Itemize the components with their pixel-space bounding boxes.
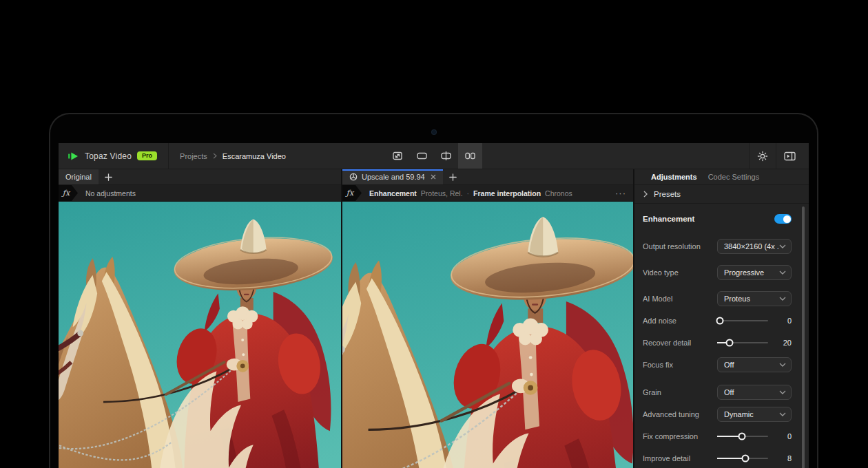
upscale-video-preview[interactable] — [342, 202, 633, 468]
add-noise-slider-track[interactable] — [717, 320, 768, 321]
tab-upscale[interactable]: Upscale and 59.94 — [342, 169, 443, 184]
fx-icon: ƒx — [59, 185, 78, 201]
chevron-down-icon — [779, 412, 786, 416]
breadcrumb-projects[interactable]: Projects — [180, 152, 207, 160]
right-icons-divider-2 — [776, 143, 776, 169]
side-by-side-view-icon — [465, 152, 475, 160]
filter-enhancement-value: Proteus, Rel. — [421, 189, 463, 198]
gear-icon — [757, 151, 768, 162]
chevron-down-icon — [779, 244, 786, 248]
recover-detail-slider-knob[interactable] — [725, 339, 733, 347]
breadcrumb-current: Escaramuza Video — [223, 152, 286, 160]
single-view-button[interactable] — [410, 143, 434, 169]
fix-compression-slider-track[interactable] — [717, 436, 768, 437]
laptop-frame: Topaz Video Pro Projects Escaramuza Vide… — [49, 113, 818, 468]
original-filter-status: No adjustments — [85, 189, 136, 198]
page-background: Topaz Video Pro Projects Escaramuza Vide… — [0, 0, 868, 468]
adjustments-panel: Adjustments Codec Settings Presets Enhan… — [634, 169, 809, 468]
video-type-value: Progressive — [724, 268, 779, 277]
chevron-down-icon — [779, 270, 786, 275]
video-type-label: Video type — [643, 268, 717, 277]
improve-detail-label: Improve detail — [643, 454, 717, 462]
original-video-preview[interactable] — [59, 202, 341, 468]
control-row-ai-model: AI Model Proteus — [643, 288, 792, 310]
settings-button[interactable] — [750, 143, 775, 169]
toggle-knob — [783, 215, 791, 223]
focus-fix-label: Focus fix — [643, 361, 717, 369]
control-row-video-type: Video type Progressive — [643, 262, 792, 284]
improve-detail-slider-knob[interactable] — [741, 455, 749, 462]
filter-interpolation-value: Chronos — [545, 189, 572, 198]
fix-compression-value: 0 — [771, 432, 792, 440]
upscale-filter-bar: ƒx Enhancement Proteus, Rel. · Frame int… — [342, 185, 633, 202]
add-tab-button-right[interactable] — [443, 169, 464, 184]
control-row-recover-detail: Recover detail 20 — [643, 332, 792, 354]
fx-icon: ƒx — [342, 185, 362, 201]
right-icons-divider — [749, 143, 750, 169]
control-row-fix-compression: Fix compression 0 — [643, 425, 792, 447]
enhancement-label: Enhancement — [643, 215, 694, 223]
add-noise-slider-knob[interactable] — [716, 317, 723, 325]
side-by-side-view-button[interactable] — [458, 143, 482, 169]
recover-detail-slider-track[interactable] — [717, 342, 768, 343]
view-mode-switcher — [386, 143, 482, 169]
single-view-icon — [417, 152, 427, 160]
breadcrumb-chevron-icon — [213, 153, 217, 159]
app-title: Topaz Video — [85, 151, 132, 161]
presets-label: Presets — [654, 190, 681, 198]
ai-model-dropdown[interactable]: Proteus — [717, 291, 792, 306]
output-resolution-value: 3840×2160 (4x ... — [724, 242, 779, 251]
original-filter-bar: ƒx No adjustments — [59, 185, 341, 202]
focus-fix-value: Off — [724, 361, 779, 369]
tab-close-button[interactable] — [431, 174, 436, 180]
filter-interpolation-name: Frame interpolation — [473, 189, 541, 198]
export-panel-icon — [784, 151, 796, 161]
filter-enhancement-name: Enhancement — [369, 189, 417, 198]
add-noise-slider: 0 — [717, 317, 792, 325]
breadcrumb: Projects Escaramuza Video — [169, 152, 297, 160]
control-row-grain: Grain Off — [643, 381, 792, 403]
top-bar: Topaz Video Pro Projects Escaramuza Vide… — [59, 143, 809, 169]
recover-detail-value: 20 — [771, 339, 792, 347]
fix-compression-label: Fix compression — [643, 432, 717, 440]
chevron-down-icon — [779, 297, 786, 301]
export-panel-button[interactable] — [777, 143, 802, 169]
topaz-logo-icon — [68, 151, 79, 161]
improve-detail-slider-track[interactable] — [717, 458, 768, 459]
presets-section-header[interactable]: Presets — [634, 185, 809, 204]
tab-upscale-label: Upscale and 59.94 — [362, 173, 425, 181]
ai-model-orb-icon — [349, 173, 358, 181]
control-row-add-noise: Add noise 0 — [643, 310, 792, 332]
upscale-pane: Upscale and 59.94 — [342, 169, 634, 468]
tab-original[interactable]: Original — [59, 169, 99, 184]
control-row-advanced-tuning: Advanced tuning Dynamic — [643, 403, 792, 425]
grain-value: Off — [724, 388, 779, 396]
panel-body: Enhancement Output resolution 3840×2160 … — [634, 204, 809, 468]
enhancement-toggle[interactable] — [774, 214, 792, 224]
ai-model-label: AI Model — [643, 295, 717, 303]
fit-view-button[interactable] — [386, 143, 410, 169]
focus-fix-dropdown[interactable]: Off — [717, 357, 792, 372]
panel-scrollbar[interactable] — [802, 206, 805, 468]
improve-detail-slider: 8 — [717, 454, 792, 462]
upscale-tab-bar: Upscale and 59.94 — [342, 169, 633, 185]
control-row-output-resolution: Output resolution 3840×2160 (4x ... — [643, 235, 792, 257]
fit-view-icon — [393, 151, 402, 160]
fix-compression-slider: 0 — [717, 432, 792, 440]
split-view-button[interactable] — [434, 143, 458, 169]
video-type-dropdown[interactable]: Progressive — [717, 265, 792, 280]
output-resolution-label: Output resolution — [643, 242, 717, 251]
chevron-down-icon — [779, 390, 786, 394]
brand-area: Topaz Video Pro — [59, 143, 168, 169]
tab-codec-settings[interactable]: Codec Settings — [708, 173, 760, 181]
output-resolution-dropdown[interactable]: 3840×2160 (4x ... — [717, 239, 792, 254]
app-window: Topaz Video Pro Projects Escaramuza Vide… — [59, 143, 809, 468]
panel-tab-bar: Adjustments Codec Settings — [634, 169, 809, 185]
add-tab-button-left[interactable] — [99, 169, 119, 184]
grain-dropdown[interactable]: Off — [717, 385, 792, 400]
enhancement-row: Enhancement — [643, 211, 792, 227]
upscale-video-frame — [342, 202, 633, 468]
tab-adjustments[interactable]: Adjustments — [651, 173, 697, 181]
advanced-tuning-dropdown[interactable]: Dynamic — [717, 407, 792, 422]
fix-compression-slider-knob[interactable] — [738, 433, 746, 440]
